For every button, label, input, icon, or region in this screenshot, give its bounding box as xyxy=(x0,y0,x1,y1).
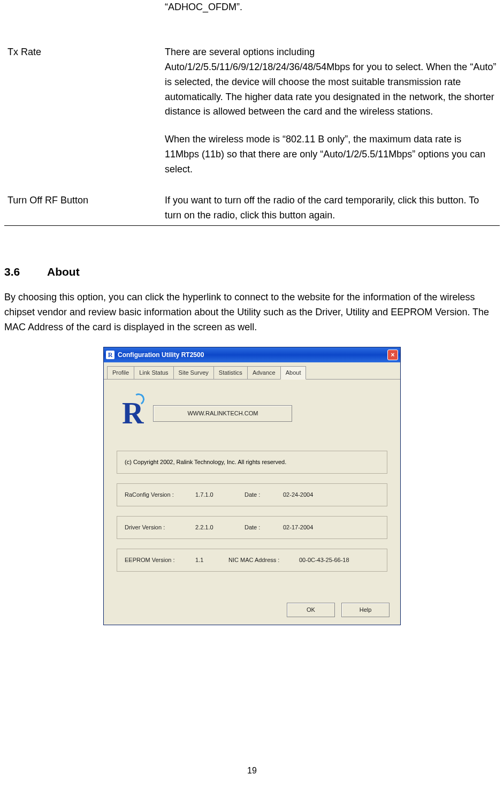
window-title: Configuration Utility RT2500 xyxy=(118,350,204,360)
tab-advance[interactable]: Advance xyxy=(247,366,281,379)
driver-date-label: Date : xyxy=(245,523,277,532)
section-title: About xyxy=(47,265,80,278)
ok-button[interactable]: OK xyxy=(287,603,335,617)
copyright-box: (c) Copyright 2002, Ralink Technology, I… xyxy=(117,451,387,474)
dialog-button-row: OK Help xyxy=(104,597,400,625)
mac-value: 00-0C-43-25-66-18 xyxy=(299,556,349,565)
table-row: Turn Off RF Button If you want to turn o… xyxy=(4,193,500,223)
parameter-table: “ADHOC_OFDM”. Tx Rate There are several … xyxy=(4,0,500,226)
help-button[interactable]: Help xyxy=(341,603,390,617)
tab-site-survey[interactable]: Site Survey xyxy=(173,366,214,379)
param-label: Turn Off RF Button xyxy=(4,193,165,223)
param-label xyxy=(4,0,165,15)
raconfig-label: RaConfig Version : xyxy=(125,490,189,499)
ralink-logo-icon: R xyxy=(122,390,143,437)
section-body: By choosing this option, you can click t… xyxy=(4,290,500,335)
eeprom-box: EEPROM Version : 1.1 NIC MAC Address : 0… xyxy=(117,549,387,572)
driver-label: Driver Version : xyxy=(125,523,189,532)
mac-label: NIC MAC Address : xyxy=(228,556,293,565)
param-desc: There are several options including Auto… xyxy=(165,45,498,119)
titlebar[interactable]: R Configuration Utility RT2500 × xyxy=(104,347,400,362)
driver-date: 02-17-2004 xyxy=(283,523,313,532)
driver-value: 2.2.1.0 xyxy=(195,523,238,532)
raconfig-date: 02-24-2004 xyxy=(283,490,313,499)
vendor-link-button[interactable]: WWW.RALINKTECH.COM xyxy=(153,405,292,422)
about-panel: R WWW.RALINKTECH.COM (c) Copyright 2002,… xyxy=(104,380,400,597)
tab-about[interactable]: About xyxy=(280,366,307,380)
param-desc: “ADHOC_OFDM”. xyxy=(165,0,498,15)
raconfig-value: 1.7.1.0 xyxy=(195,490,238,499)
tab-statistics[interactable]: Statistics xyxy=(213,366,248,379)
tab-link-status[interactable]: Link Status xyxy=(134,366,173,379)
driver-box: Driver Version : 2.2.1.0 Date : 02-17-20… xyxy=(117,516,387,539)
eeprom-label: EEPROM Version : xyxy=(125,556,189,565)
copyright-text: (c) Copyright 2002, Ralink Technology, I… xyxy=(125,459,286,465)
dialog-screenshot: R Configuration Utility RT2500 × Profile… xyxy=(4,347,500,625)
section-number: 3.6 xyxy=(4,263,47,281)
param-label: Tx Rate xyxy=(4,45,165,177)
tab-profile[interactable]: Profile xyxy=(107,366,134,379)
close-icon[interactable]: × xyxy=(387,350,398,360)
table-row: “ADHOC_OFDM”. xyxy=(4,0,500,15)
raconfig-box: RaConfig Version : 1.7.1.0 Date : 02-24-… xyxy=(117,483,387,506)
raconfig-date-label: Date : xyxy=(245,490,277,499)
config-utility-window: R Configuration Utility RT2500 × Profile… xyxy=(103,347,401,625)
eeprom-value: 1.1 xyxy=(195,556,222,565)
tab-strip: Profile Link Status Site Survey Statisti… xyxy=(104,362,400,380)
app-icon: R xyxy=(106,351,114,359)
param-desc: If you want to turn off the radio of the… xyxy=(165,193,498,223)
section-heading: 3.6About xyxy=(4,263,500,281)
table-row: Tx Rate There are several options includ… xyxy=(4,45,500,177)
page-number: 19 xyxy=(4,764,500,778)
param-desc: When the wireless mode is “802.11 B only… xyxy=(165,132,498,177)
